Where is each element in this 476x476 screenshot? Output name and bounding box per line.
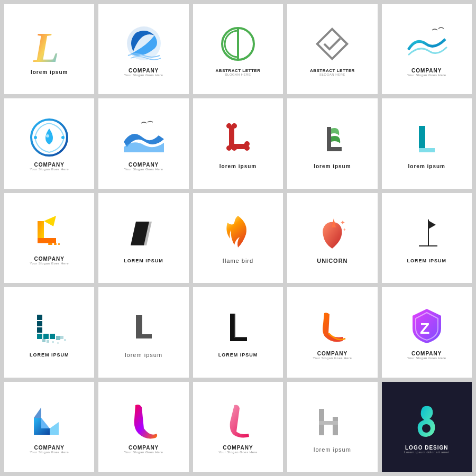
logo-icon-8	[217, 118, 259, 160]
logo-title-12: LOREM IPSUM	[124, 258, 163, 263]
svg-rect-46	[60, 336, 63, 339]
logo-subtitle-2: Your Slogan Goes Here	[124, 74, 163, 77]
logo-title-11: COMPANY	[34, 256, 65, 262]
svg-rect-43	[47, 340, 49, 343]
logo-card-13: flame bird	[193, 193, 283, 283]
logo-title-24: lorem ipsum	[314, 446, 351, 453]
logo-card-25: LOGO DESIGN Lorem ipsum dolor sit amet	[382, 382, 472, 472]
svg-point-8	[34, 136, 37, 139]
logo-icon-22	[123, 399, 165, 442]
logo-icon-9	[311, 118, 353, 160]
logo-title-17: lorem ipsum	[125, 352, 162, 358]
logo-title-8: lorem ipsum	[219, 163, 257, 169]
logo-icon-3	[217, 23, 259, 65]
svg-marker-57	[41, 418, 50, 428]
logo-icon-20: Z	[406, 305, 448, 347]
logo-card-10: lorem ipsum	[382, 98, 472, 188]
logo-title-25: LOGO DESIGN	[405, 445, 448, 451]
logo-title-18: LOREM IPSUM	[218, 352, 258, 358]
logo-title-3: ABSTRACT LETTER	[216, 68, 261, 73]
svg-rect-53	[234, 337, 247, 338]
svg-marker-56	[34, 407, 41, 418]
logo-card-4: ABSTRACT LETTER SLOGAN HERE	[287, 4, 377, 94]
logo-card-12: LOREM IPSUM	[98, 193, 188, 283]
logo-icon-4	[311, 23, 353, 65]
logo-card-3: ABSTRACT LETTER SLOGAN HERE	[193, 4, 283, 94]
svg-rect-42	[42, 339, 45, 342]
logo-card-2: COMPANY Your Slogan Goes Here	[98, 4, 188, 94]
logo-subtitle-5: Your Slogan Goes Here	[407, 74, 446, 77]
logo-subtitle-22: Your Slogan Goes Here	[124, 451, 163, 454]
logo-title-2: COMPANY	[129, 68, 159, 74]
logo-icon-11	[28, 210, 70, 253]
logo-icon-19	[311, 305, 353, 347]
svg-text:✦: ✦	[343, 227, 346, 232]
svg-rect-4	[317, 29, 347, 59]
logo-card-7: COMPANY Your Slogan Goes Here	[98, 98, 188, 188]
logo-icon-10	[406, 118, 448, 160]
logo-card-14: ✦ ✦ UNICORN	[287, 193, 377, 283]
logo-card-16: LOREM IPSUM	[4, 287, 94, 377]
logo-icon-2	[123, 22, 165, 65]
logo-icon-16	[28, 307, 70, 349]
logo-card-15: LOREM IPSUM	[382, 193, 472, 283]
svg-rect-45	[57, 342, 59, 344]
logo-card-8: lorem ipsum	[193, 98, 283, 188]
svg-rect-48	[136, 315, 142, 337]
svg-rect-38	[37, 334, 42, 339]
logo-icon-18	[217, 307, 259, 349]
logo-icon-23	[217, 399, 259, 442]
svg-text:✦: ✦	[340, 219, 345, 226]
logo-card-6: COMPANY Your Slogan Goes Here	[4, 98, 94, 188]
logo-icon-6	[28, 116, 70, 159]
logo-card-21: COMPANY Your Slogan Goes Here	[4, 382, 94, 472]
svg-rect-40	[50, 334, 55, 339]
svg-text:Z: Z	[420, 319, 429, 337]
logo-subtitle-11: Your Slogan Goes Here	[30, 262, 69, 265]
logo-title-20: COMPANY	[411, 351, 442, 356]
svg-point-11	[226, 123, 232, 129]
logo-title-23: COMPANY	[223, 445, 253, 451]
logo-icon-1: L	[28, 24, 70, 66]
svg-rect-39	[43, 334, 49, 339]
logo-title-21: COMPANY	[34, 445, 65, 451]
svg-rect-26	[58, 243, 60, 245]
logo-title-22: COMPANY	[129, 445, 159, 451]
svg-marker-58	[50, 422, 59, 435]
logo-card-9: lorem ipsum	[287, 98, 377, 188]
logo-title-14: UNICORN	[317, 258, 347, 264]
logo-subtitle-4: SLOGAN HERE	[319, 73, 345, 76]
logo-title-7: COMPANY	[129, 162, 159, 168]
logo-title-16: LOREM IPSUM	[30, 352, 69, 358]
logo-card-19: COMPANY Your Slogan Goes Here	[287, 287, 377, 377]
logo-subtitle-3: SLOGAN HERE	[225, 73, 251, 76]
logo-icon-15	[406, 213, 448, 255]
logo-title-15: LOREM IPSUM	[407, 258, 447, 263]
logo-title-19: COMPANY	[317, 351, 347, 356]
svg-rect-44	[52, 341, 54, 343]
svg-rect-47	[64, 339, 66, 341]
logo-card-17: lorem ipsum	[98, 287, 188, 377]
logo-icon-5	[406, 22, 448, 65]
logo-subtitle-23: Your Slogan Goes Here	[218, 451, 258, 454]
logo-card-5: COMPANY Your Slogan Goes Here	[382, 4, 472, 94]
logo-icon-24	[311, 401, 353, 443]
svg-marker-34	[428, 221, 436, 229]
logo-title-10: lorem ipsum	[408, 163, 445, 169]
logo-title-9: lorem ipsum	[314, 163, 351, 169]
logo-subtitle-6: Your Slogan Goes Here	[30, 168, 69, 171]
svg-rect-17	[327, 127, 331, 150]
svg-rect-24	[48, 243, 52, 245]
logo-title-4: ABSTRACT LETTER	[310, 68, 355, 73]
svg-rect-36	[37, 321, 42, 326]
logo-card-18: LOREM IPSUM	[193, 287, 283, 377]
logo-card-11: COMPANY Your Slogan Goes Here	[4, 193, 94, 283]
logo-title-1: lorem ipsum	[31, 69, 68, 75]
svg-rect-22	[38, 238, 56, 243]
logo-title-13: flame bird	[223, 258, 253, 264]
logo-icon-25	[406, 399, 448, 442]
svg-point-7	[61, 136, 65, 139]
svg-point-13	[226, 145, 232, 151]
svg-text:L: L	[33, 24, 59, 71]
logo-subtitle-20: Your Slogan Goes Here	[407, 356, 446, 360]
